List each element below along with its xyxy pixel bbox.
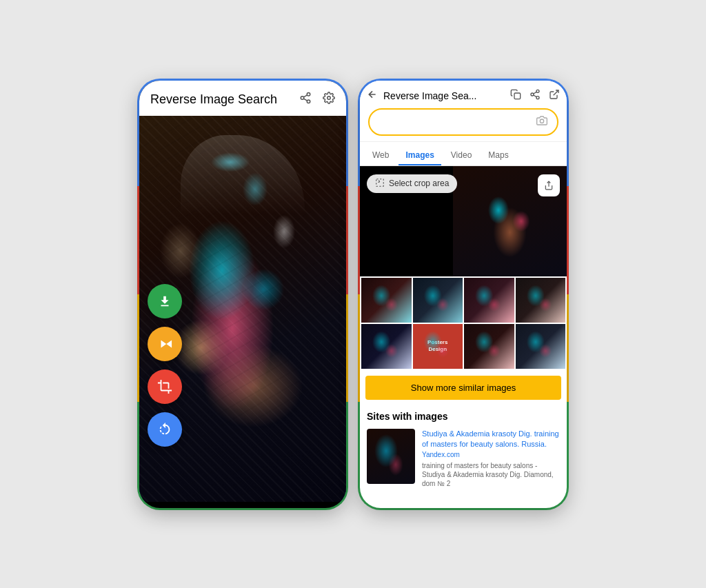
site-description: training of masters for beauty salons - … [422,461,560,488]
browser-nav-actions [510,89,560,103]
browser-nav: Reverse Image Sea... [367,89,560,103]
search-tabs: Web Images Video Maps [360,142,567,166]
show-more-button[interactable]: Show more similar images [365,376,561,400]
camera-icon[interactable] [536,115,547,129]
grid-image-3[interactable] [464,278,514,323]
site-item[interactable]: Studiya & Akademia krasoty Dig. training… [367,429,560,489]
site-link-title[interactable]: Studiya & Akademia krasoty Dig. training… [422,429,560,450]
svg-point-9 [536,96,539,99]
svg-line-10 [534,95,537,97]
svg-point-2 [307,100,310,103]
site-thumbnail [367,429,415,484]
back-icon[interactable] [367,89,378,103]
svg-point-8 [531,93,534,96]
grid-image-4[interactable] [516,278,566,323]
tab-video[interactable]: Video [444,146,478,165]
grid-image-5[interactable] [361,324,412,369]
tab-web[interactable]: Web [365,146,396,165]
svg-point-5 [327,96,331,99]
download-button[interactable] [148,284,182,318]
tab-maps[interactable]: Maps [481,146,515,165]
similar-images-grid: Posters Design [360,276,567,370]
phone-left: Reverse Image Search [139,81,346,508]
svg-point-1 [301,96,304,99]
site-domain[interactable]: Yandex.com [422,451,560,458]
search-bar[interactable] [368,108,558,136]
header-actions [299,92,335,108]
svg-line-11 [534,92,537,94]
app-title: Reverse Image Search [150,92,277,107]
crop-button[interactable] [148,369,182,404]
svg-line-12 [554,90,558,95]
crop-label: Select crop area [389,179,449,188]
svg-rect-6 [514,93,521,99]
grid-image-1[interactable] [361,278,412,323]
action-buttons [148,284,182,447]
main-image-section: Select crop area [360,166,567,276]
sites-section: Sites with images Studiya & Akademia kra… [360,405,567,501]
sites-title: Sites with images [367,411,560,422]
skip-button[interactable] [148,327,182,361]
svg-line-3 [303,99,307,101]
app-header: Reverse Image Search [139,81,346,116]
svg-point-13 [540,119,543,123]
svg-point-0 [307,92,310,96]
grid-image-2[interactable] [413,278,463,323]
settings-icon[interactable] [323,92,335,108]
grid-poster-design[interactable]: Posters Design [413,324,463,369]
share-icon[interactable] [299,92,312,108]
grid-image-8[interactable] [516,324,566,369]
site-info: Studiya & Akademia krasoty Dig. training… [422,429,560,489]
artwork-image [139,116,346,502]
share-browser-icon[interactable] [530,89,541,103]
svg-point-7 [536,90,539,92]
svg-line-4 [303,94,307,97]
crop-toolbar[interactable]: Select crop area [367,174,457,193]
svg-rect-14 [376,179,384,186]
tab-images[interactable]: Images [399,146,441,165]
svg-point-15 [378,181,379,182]
browser-title: Reverse Image Sea... [383,90,505,101]
external-link-icon[interactable] [549,89,560,103]
copy-icon[interactable] [510,89,521,103]
crop-select-icon [375,178,385,190]
grid-image-7[interactable] [464,324,514,369]
rotate-button[interactable] [148,412,182,447]
browser-header: Reverse Image Sea... [360,81,567,142]
phone-right: Reverse Image Sea... [360,81,567,508]
results-area: Select crop area [360,166,567,508]
overlay-share-button[interactable] [538,174,560,196]
